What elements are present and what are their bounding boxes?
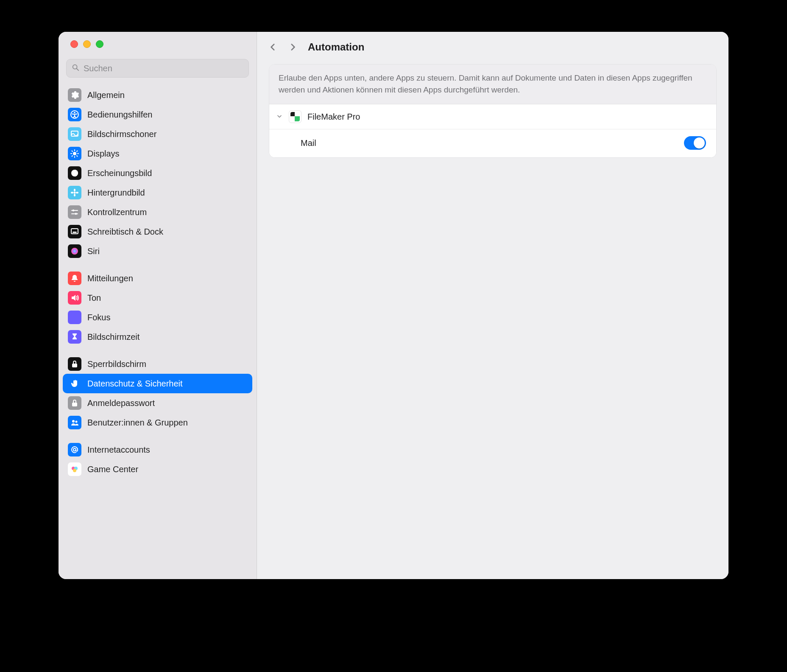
sidebar-item-label: Anmeldepasswort: [87, 398, 155, 408]
sun-icon: [68, 147, 81, 160]
sidebar-item-bildschirmzeit[interactable]: Bildschirmzeit: [63, 327, 252, 347]
flower-icon: [68, 186, 81, 199]
sidebar-item-label: Game Center: [87, 465, 138, 474]
appearance-icon: [68, 166, 81, 180]
sidebar-item-ton[interactable]: Ton: [63, 288, 252, 308]
sidebar-item-label: Mitteilungen: [87, 274, 133, 283]
sidebar-item-label: Kontrollzentrum: [87, 207, 147, 217]
sidebar-item-label: Erscheinungsbild: [87, 168, 152, 178]
app-icon: [289, 110, 301, 123]
sidebar-item-label: Benutzer:innen & Gruppen: [87, 418, 188, 428]
zoom-button[interactable]: [96, 40, 103, 48]
sidebar-item-fokus[interactable]: Fokus: [63, 308, 252, 327]
sidebar-item-internetaccounts[interactable]: Internetaccounts: [63, 440, 252, 459]
hand-icon: [68, 377, 81, 390]
sidebar-nav: AllgemeinBedienungshilfenBildschirmschon…: [59, 84, 257, 487]
sidebar-item-anmeldepasswort[interactable]: Anmeldepasswort: [63, 393, 252, 413]
controlled-app-row: Mail: [269, 129, 716, 157]
search-icon: [72, 64, 79, 73]
sidebar-item-schreibtisch-dock[interactable]: Schreibtisch & Dock: [63, 222, 252, 241]
sidebar-item-hintergrundbild[interactable]: Hintergrundbild: [63, 183, 252, 202]
search-input[interactable]: [84, 64, 243, 73]
gamecenter-icon: [68, 462, 81, 476]
sidebar-item-label: Hintergrundbild: [87, 188, 145, 198]
panel-description: Erlaube den Apps unten, andere Apps zu s…: [269, 64, 716, 104]
lock-icon: [68, 357, 81, 371]
page-title: Automation: [308, 41, 364, 53]
sidebar-item-label: Siri: [87, 246, 100, 256]
minimize-button[interactable]: [83, 40, 91, 48]
gear-icon: [68, 88, 81, 102]
app-row[interactable]: FileMaker Pro: [269, 104, 716, 129]
sidebar-item-displays[interactable]: Displays: [63, 144, 252, 163]
permission-toggle[interactable]: [684, 136, 706, 150]
sliders-icon: [68, 205, 81, 219]
sidebar-item-label: Schreibtisch & Dock: [87, 227, 163, 237]
sidebar-item-bildschirmschoner[interactable]: Bildschirmschoner: [63, 124, 252, 144]
close-button[interactable]: [70, 40, 78, 48]
sidebar-item-label: Ton: [87, 293, 101, 303]
accessibility-icon: [68, 108, 81, 121]
sidebar: AllgemeinBedienungshilfenBildschirmschon…: [59, 32, 257, 579]
screensaver-icon: [68, 127, 81, 141]
automation-panel: Erlaube den Apps unten, andere Apps zu s…: [269, 64, 717, 158]
sidebar-item-kontrollzentrum[interactable]: Kontrollzentrum: [63, 202, 252, 222]
lock-icon: [68, 396, 81, 410]
sidebar-item-benutzer[interactable]: Benutzer:innen & Gruppen: [63, 413, 252, 432]
dock-icon: [68, 225, 81, 238]
siri-icon: [68, 244, 81, 258]
chevron-down-icon: [276, 112, 283, 122]
sidebar-item-label: Fokus: [87, 313, 110, 322]
sidebar-item-gamecenter[interactable]: Game Center: [63, 459, 252, 479]
search-field[interactable]: [66, 59, 249, 78]
sidebar-item-mitteilungen[interactable]: Mitteilungen: [63, 269, 252, 288]
content-header: Automation: [257, 32, 728, 62]
settings-window: AllgemeinBedienungshilfenBildschirmschon…: [59, 32, 728, 579]
sidebar-item-label: Bedienungshilfen: [87, 110, 152, 120]
sidebar-item-label: Bildschirmzeit: [87, 332, 140, 342]
at-icon: [68, 443, 81, 456]
titlebar: [59, 32, 257, 56]
users-icon: [68, 416, 81, 429]
controlled-app-name: Mail: [301, 138, 316, 148]
sidebar-item-label: Bildschirmschoner: [87, 129, 156, 139]
app-name: FileMaker Pro: [307, 112, 360, 122]
content-pane: Automation Erlaube den Apps unten, ander…: [257, 32, 728, 579]
sidebar-item-erscheinungsbild[interactable]: Erscheinungsbild: [63, 163, 252, 183]
sidebar-item-siri[interactable]: Siri: [63, 241, 252, 261]
sidebar-item-allgemein[interactable]: Allgemein: [63, 85, 252, 105]
sidebar-item-label: Displays: [87, 149, 120, 159]
bell-icon: [68, 272, 81, 285]
sidebar-item-label: Sperrbildschirm: [87, 359, 146, 369]
sidebar-item-bedienungshilfen[interactable]: Bedienungshilfen: [63, 105, 252, 124]
sidebar-item-label: Datenschutz & Sicherheit: [87, 379, 183, 389]
moon-icon: [68, 311, 81, 324]
back-button[interactable]: [265, 39, 281, 55]
sidebar-item-label: Internetaccounts: [87, 445, 150, 455]
hourglass-icon: [68, 330, 81, 344]
sidebar-item-sperrbildschirm[interactable]: Sperrbildschirm: [63, 354, 252, 374]
forward-button[interactable]: [285, 39, 300, 55]
sidebar-item-datenschutz[interactable]: Datenschutz & Sicherheit: [63, 374, 252, 393]
speaker-icon: [68, 291, 81, 305]
sidebar-item-label: Allgemein: [87, 90, 125, 100]
